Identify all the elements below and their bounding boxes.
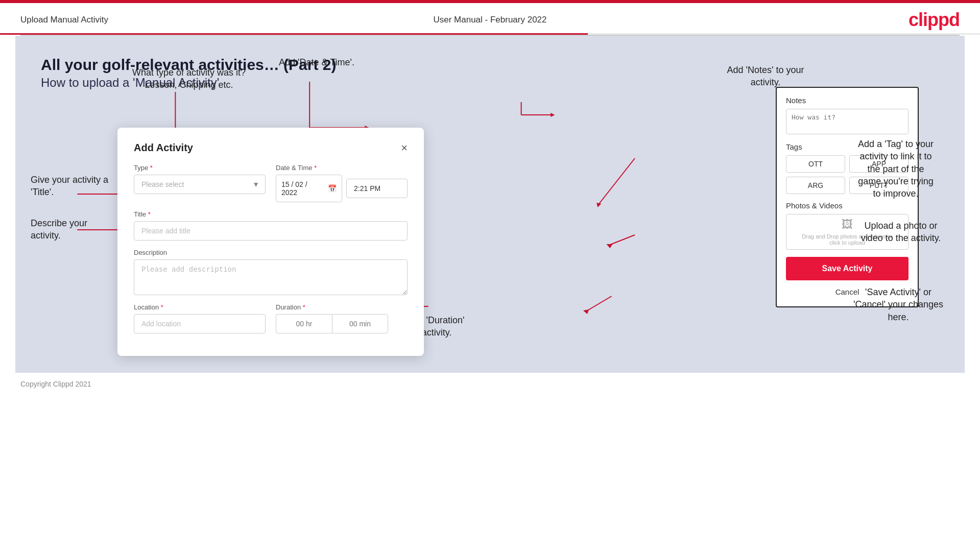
duration-label: Duration * bbox=[276, 303, 408, 311]
datetime-field-group: Date & Time * 15 / 02 / 2022 📅 bbox=[276, 164, 408, 202]
time-input[interactable] bbox=[346, 179, 408, 198]
logo: clippd bbox=[909, 9, 960, 31]
title-input[interactable] bbox=[134, 221, 408, 241]
footer: Copyright Clippd 2021 bbox=[0, 373, 980, 395]
calendar-icon: 📅 bbox=[328, 184, 337, 193]
svg-line-19 bbox=[599, 158, 635, 204]
datetime-label: Date & Time * bbox=[276, 164, 408, 172]
duration-minutes-input[interactable] bbox=[332, 314, 388, 333]
svg-marker-24 bbox=[583, 309, 589, 314]
description-input[interactable] bbox=[134, 259, 408, 295]
location-label: Location * bbox=[134, 303, 266, 311]
svg-line-21 bbox=[609, 235, 635, 245]
copyright: Copyright Clippd 2021 bbox=[20, 380, 91, 388]
type-select[interactable]: Please select bbox=[134, 175, 266, 194]
location-field-group: Location * bbox=[134, 303, 266, 333]
add-activity-modal: Add Activity × Type * Please select ▼ Da… bbox=[117, 128, 424, 356]
svg-line-23 bbox=[586, 296, 612, 312]
notes-input[interactable] bbox=[786, 109, 909, 134]
notes-section-label: Notes bbox=[786, 96, 909, 105]
description-field-group: Description bbox=[134, 249, 408, 295]
save-activity-button[interactable]: Save Activity bbox=[786, 257, 909, 280]
title-label: Title * bbox=[134, 210, 408, 218]
page-title: Upload Manual Activity bbox=[20, 15, 108, 25]
title-field-group: Title * bbox=[134, 210, 408, 241]
svg-marker-20 bbox=[596, 203, 601, 207]
photos-section-label: Photos & Videos bbox=[786, 201, 909, 210]
ann-tag: Add a 'Tag' to your activity to link it … bbox=[842, 138, 949, 200]
tag-arg[interactable]: ARG bbox=[786, 177, 845, 194]
top-bar: Upload Manual Activity User Manual - Feb… bbox=[0, 3, 980, 35]
ann-notes: Add 'Notes' to your activity. bbox=[709, 64, 822, 89]
tag-ott[interactable]: OTT bbox=[786, 155, 845, 173]
duration-field-group: Duration * bbox=[276, 303, 408, 333]
date-input[interactable]: 15 / 02 / 2022 📅 bbox=[276, 175, 342, 202]
duration-hours-input[interactable] bbox=[276, 314, 332, 333]
ann-datetime: Add 'Date & Time'. bbox=[266, 56, 368, 68]
modal-title: Add Activity bbox=[134, 142, 193, 154]
ann-title: Give your activity a 'Title'. bbox=[31, 174, 110, 199]
ann-description: Describe your activity. bbox=[31, 217, 102, 242]
document-title: User Manual - February 2022 bbox=[433, 15, 546, 25]
svg-marker-22 bbox=[606, 244, 612, 248]
type-select-wrapper[interactable]: Please select ▼ bbox=[134, 175, 266, 194]
ann-activity-type: What type of activity was it? Lesson, Ch… bbox=[128, 66, 250, 91]
main-content: All your golf-relevant activities… (Part… bbox=[15, 36, 965, 373]
date-value: 15 / 02 / 2022 bbox=[281, 180, 324, 197]
modal-close-button[interactable]: × bbox=[401, 142, 408, 154]
ann-save-cancel: 'Save Activity' or 'Cancel' your changes… bbox=[842, 286, 954, 323]
type-label: Type * bbox=[134, 164, 266, 172]
location-input[interactable] bbox=[134, 314, 266, 333]
svg-marker-18 bbox=[551, 113, 555, 117]
ann-photo: Upload a photo or video to the activity. bbox=[847, 220, 954, 245]
description-label: Description bbox=[134, 249, 408, 256]
type-field-group: Type * Please select ▼ bbox=[134, 164, 266, 202]
